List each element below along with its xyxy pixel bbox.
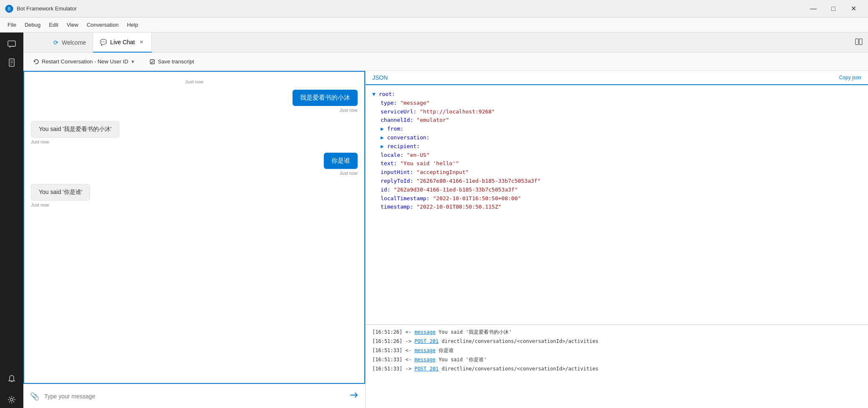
sidebar-icon-chat[interactable]: [3, 36, 20, 53]
message-1: 我是爱看书的小沐 Just now: [31, 90, 358, 113]
tab-bar: ⟳ Welcome 💬 Live Chat ✕: [23, 33, 868, 53]
json-key-root: root:: [379, 91, 395, 97]
svg-rect-2: [8, 41, 15, 46]
chat-input-area: 📎: [23, 384, 365, 408]
log-entry-2: [16:51:33] <- message 你是谁: [372, 347, 861, 354]
json-val-serviceurl: "http://localhost:9268": [420, 108, 495, 115]
log-arrow-1: ->: [405, 338, 414, 344]
log-link-0[interactable]: message: [414, 329, 436, 335]
menu-view[interactable]: View: [63, 20, 83, 30]
log-arrow-4: ->: [405, 366, 414, 372]
log-arrow-3: <-: [405, 357, 414, 363]
log-text-0: You said '我是爱看书的小沐': [439, 329, 512, 335]
message-input[interactable]: [44, 393, 344, 400]
bot-bubble-2: You said '你是谁': [31, 184, 90, 201]
json-field-inputhint: inputHint: "acceptingInput": [381, 168, 861, 177]
tab-livechat[interactable]: 💬 Live Chat ✕: [93, 33, 152, 53]
json-val-inputhint: "acceptingInput": [416, 169, 469, 175]
json-panel[interactable]: ▼ root: type: "message" serviceUrl: "htt…: [366, 85, 868, 325]
sidebar-icon-bell[interactable]: [3, 373, 20, 390]
right-panel: JSON Copy json ▼ root: type: "mess: [366, 71, 868, 408]
json-field-replytoid: replyToId: "26267e80-4166-11ed-b185-33b7…: [381, 177, 861, 186]
json-field-timestamp: timestamp: "2022-10-01T08:50:50.115Z": [381, 203, 861, 212]
log-link-1[interactable]: POST 201: [414, 338, 439, 344]
log-panel[interactable]: [16:51:26] <- message You said '我是爱看书的小沐…: [366, 325, 868, 408]
save-transcript-button[interactable]: Save transcript: [146, 57, 197, 66]
json-field-id: id: "262a9d30-4166-11ed-b185-33b7c5053a3…: [381, 186, 861, 194]
chat-messages[interactable]: Just now 我是爱看书的小沐 Just now You said '我是爱…: [23, 71, 365, 384]
log-text-1: directline/conversations/<conversationId…: [442, 338, 598, 344]
json-expand-root[interactable]: ▼: [372, 91, 376, 97]
json-val-channelid: "emulator": [416, 117, 449, 123]
svg-rect-10: [150, 60, 154, 64]
livechat-tab-close[interactable]: ✕: [138, 39, 145, 45]
json-root-children: type: "message" serviceUrl: "http://loca…: [372, 99, 861, 212]
sidebar: [0, 33, 23, 408]
user-bubble-1: 我是爱看书的小沐: [293, 90, 358, 106]
sidebar-icon-settings[interactable]: [3, 391, 20, 408]
log-time-2: [16:51:33]: [372, 348, 402, 353]
json-expand-from[interactable]: ▶: [381, 126, 384, 132]
user-time-2: Just now: [340, 171, 358, 176]
json-header: JSON Copy json: [366, 71, 868, 85]
sidebar-icon-document[interactable]: [3, 54, 20, 71]
log-text-4: directline/conversations/<conversationId…: [442, 366, 598, 372]
json-val-timestamp: "2022-10-01T08:50:50.115Z": [416, 204, 502, 210]
bot-time-2: Just now: [31, 202, 49, 207]
log-entry-1: [16:51:26] -> POST 201 directline/conver…: [372, 337, 861, 345]
json-from: ▶ from:: [381, 125, 861, 133]
tab-welcome[interactable]: ⟳ Welcome: [47, 33, 93, 53]
log-entry-3: [16:51:33] <- message You said '你是谁': [372, 356, 861, 363]
menu-debug[interactable]: Debug: [20, 20, 45, 30]
restart-conversation-button[interactable]: Restart Conversation - New User ID ▾: [30, 57, 138, 66]
log-time-0: [16:51:26]: [372, 329, 402, 335]
close-button[interactable]: ✕: [844, 2, 863, 15]
menu-help[interactable]: Help: [123, 20, 142, 30]
save-label: Save transcript: [158, 58, 194, 65]
minimize-button[interactable]: —: [804, 2, 823, 15]
log-text-3: You said '你是谁': [439, 357, 487, 363]
app-body: ⟳ Welcome 💬 Live Chat ✕: [0, 33, 868, 408]
welcome-tab-icon: ⟳: [53, 39, 58, 46]
menu-edit[interactable]: Edit: [45, 20, 62, 30]
json-root: ▼ root:: [372, 90, 861, 99]
chat-panel: Just now 我是爱看书的小沐 Just now You said '我是爱…: [23, 71, 366, 408]
log-link-3[interactable]: message: [414, 357, 436, 363]
json-recipient: ▶ recipient:: [381, 142, 861, 151]
livechat-tab-icon: 💬: [100, 39, 107, 45]
maximize-button[interactable]: □: [824, 2, 843, 15]
json-field-serviceurl: serviceUrl: "http://localhost:9268": [381, 108, 861, 116]
log-text-2: 你是谁: [439, 348, 454, 353]
log-link-2[interactable]: message: [414, 348, 436, 353]
json-title: JSON: [372, 74, 388, 81]
menu-file[interactable]: File: [3, 20, 20, 30]
log-time-1: [16:51:26]: [372, 338, 402, 344]
log-arrow-0: <-: [405, 329, 414, 335]
restart-label: Restart Conversation - New User ID: [42, 58, 128, 65]
copy-json-button[interactable]: Copy json: [839, 75, 861, 81]
svg-rect-9: [859, 39, 862, 45]
log-arrow-2: <-: [405, 348, 414, 353]
json-val-type: "message": [400, 100, 429, 106]
app-icon: B: [5, 5, 13, 13]
bot-bubble-1: You said '我是爱看书的小沐': [31, 121, 119, 138]
json-expand-recipient[interactable]: ▶: [381, 143, 384, 149]
user-bubble-2: 你是谁: [324, 153, 358, 169]
bot-time-1: Just now: [31, 139, 49, 144]
toolbar: Restart Conversation - New User ID ▾ Sav…: [23, 53, 868, 71]
split-view-button[interactable]: [855, 38, 868, 47]
svg-rect-8: [855, 39, 858, 45]
titlebar: B Bot Framework Emulator — □ ✕: [0, 0, 868, 18]
restart-dropdown-icon[interactable]: ▾: [131, 58, 134, 65]
log-time-4: [16:51:33]: [372, 366, 402, 372]
log-entry-0: [16:51:26] <- message You said '我是爱看书的小沐…: [372, 328, 861, 336]
send-button[interactable]: [349, 390, 358, 402]
message-2: You said '我是爱看书的小沐' Just now: [31, 121, 358, 144]
log-link-4[interactable]: POST 201: [414, 366, 439, 372]
json-val-localtimestamp: "2022-10-01T16:50:50+08:00": [433, 195, 521, 201]
json-val-text: "You said 'hello'": [400, 160, 459, 166]
json-expand-conversation[interactable]: ▶: [381, 134, 384, 141]
attach-button[interactable]: 📎: [30, 392, 39, 401]
svg-point-7: [10, 398, 13, 401]
menu-conversation[interactable]: Conversation: [83, 20, 123, 30]
